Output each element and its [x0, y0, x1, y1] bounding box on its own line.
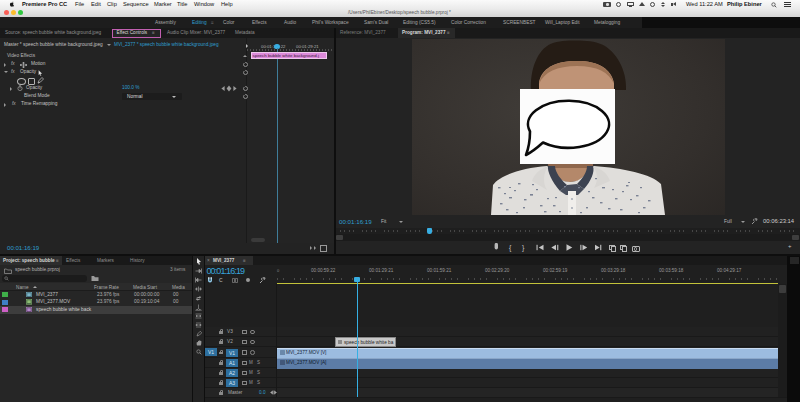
svg-text:{: { [509, 244, 512, 252]
svg-text:}: } [522, 244, 525, 252]
